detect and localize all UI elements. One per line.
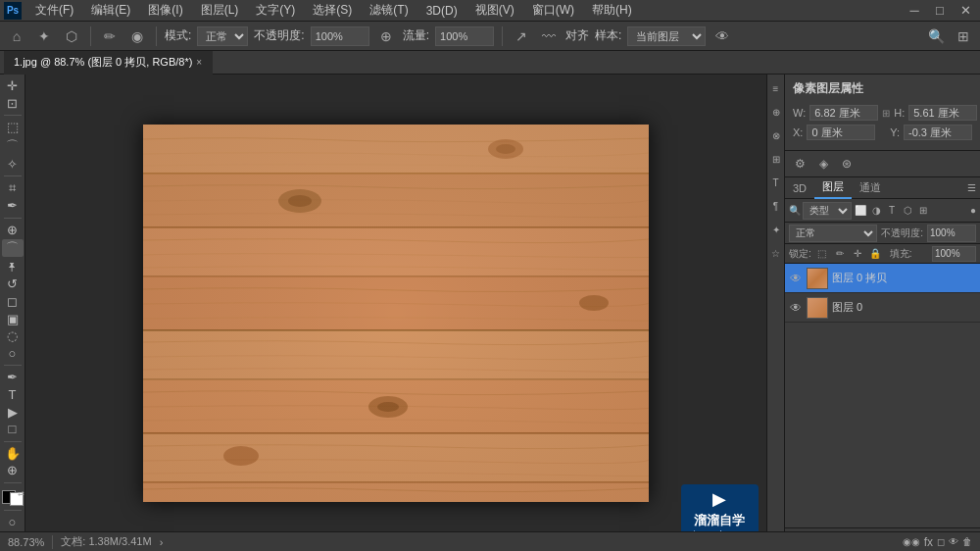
menu-3d[interactable]: 3D(D) — [418, 2, 466, 20]
status-eye-icon[interactable]: 👁 — [949, 536, 958, 547]
mode-select[interactable]: 正常 — [197, 26, 248, 46]
layer-item-copy[interactable]: 👁 图层 0 拷贝 — [785, 264, 980, 293]
tab-layers[interactable]: 图层 — [814, 177, 852, 199]
layer-visibility-base[interactable]: 👁 — [789, 301, 803, 315]
status-trash-icon[interactable]: 🗑 — [962, 536, 972, 547]
airbrush-icon[interactable]: ⊕ — [375, 25, 397, 47]
home-icon[interactable]: ⌂ — [6, 25, 27, 47]
lasso-tool[interactable]: ⌒ — [2, 137, 24, 155]
layer-visibility-copy[interactable]: 👁 — [789, 272, 803, 285]
menu-filter[interactable]: 滤镜(T) — [362, 0, 416, 21]
main-canvas[interactable] — [143, 125, 649, 502]
menu-image[interactable]: 图像(I) — [140, 0, 190, 21]
maximize-button[interactable]: □ — [929, 0, 951, 22]
clone-panel-icon[interactable]: ⊗ — [768, 127, 784, 143]
shape-filter-icon[interactable]: ⬡ — [901, 204, 914, 218]
path-selection-tool[interactable]: ▶ — [2, 404, 24, 420]
clone-tool[interactable]: 🖈 — [2, 259, 24, 275]
angle-icon[interactable]: ↗ — [511, 25, 532, 47]
status-icon-1[interactable]: ◉◉ — [903, 536, 920, 547]
lock-all-icon[interactable]: 🔒 — [868, 247, 882, 261]
tab-close-button[interactable]: × — [196, 57, 202, 68]
menu-edit[interactable]: 编辑(E) — [83, 0, 138, 21]
search-icon[interactable]: 🔍 — [925, 25, 947, 47]
brush-icon[interactable]: ⬡ — [61, 25, 82, 47]
magic-wand-tool[interactable]: ✧ — [2, 157, 24, 173]
menu-help[interactable]: 帮助(H) — [584, 0, 640, 21]
status-fx-icon[interactable]: fx — [924, 535, 933, 549]
history-brush-tool[interactable]: ↺ — [2, 276, 24, 292]
lock-paint-icon[interactable]: ✏ — [833, 247, 847, 261]
type-tool[interactable]: T — [2, 387, 24, 403]
shape-tool[interactable]: □ — [2, 422, 24, 437]
tab-channels[interactable]: 通道 — [852, 177, 889, 199]
status-mask-icon[interactable]: ◻ — [937, 536, 945, 547]
smartobj-filter-icon[interactable]: ⊞ — [916, 204, 930, 218]
move-tool[interactable]: ✛ — [2, 78, 24, 94]
minimize-button[interactable]: ─ — [904, 0, 925, 22]
marquee-tool[interactable]: ⬚ — [2, 120, 24, 135]
panel-menu-btn[interactable]: ☰ — [963, 182, 980, 193]
tab-3d[interactable]: 3D — [785, 177, 814, 199]
brush-panel-icon[interactable]: ⊕ — [768, 104, 784, 120]
opacity-input-layers[interactable] — [927, 225, 976, 242]
menu-type[interactable]: 文字(Y) — [248, 0, 303, 21]
blend-mode-select[interactable]: 正常 — [789, 225, 877, 242]
crop-tool[interactable]: ⌗ — [2, 180, 24, 196]
eyedropper-icon[interactable]: 👁 — [711, 25, 733, 47]
brush-size-icon[interactable]: ◉ — [126, 25, 148, 47]
flow-input[interactable] — [435, 26, 494, 46]
brush-tool[interactable]: ⌒ — [2, 239, 24, 257]
eraser-tool[interactable]: ◻ — [2, 294, 24, 310]
dodge-tool[interactable]: ○ — [2, 346, 24, 362]
h-input[interactable] — [908, 105, 977, 121]
tool-options-icon[interactable]: ✦ — [33, 25, 55, 47]
filter-type-select[interactable]: 类型 — [803, 202, 852, 220]
swap-colors-icon[interactable]: ⇄ — [18, 489, 24, 498]
prop-icon-1[interactable]: ⚙ — [791, 155, 808, 173]
paragraph-panel-icon[interactable]: ¶ — [768, 198, 784, 214]
x-input[interactable] — [807, 125, 875, 140]
styles-panel-icon[interactable]: ☆ — [768, 245, 784, 261]
zoom-tool[interactable]: ⊕ — [2, 463, 24, 478]
lock-position-icon[interactable]: ✛ — [851, 247, 864, 261]
quick-mask-btn[interactable]: ○ — [2, 515, 24, 530]
type-panel-icon[interactable]: T — [768, 175, 784, 190]
lock-transparent-icon[interactable]: ⬚ — [815, 247, 829, 261]
opacity-input[interactable] — [311, 26, 369, 46]
properties-panel-icon[interactable]: ≡ — [768, 80, 784, 96]
close-button[interactable]: ✕ — [955, 0, 976, 22]
menu-select[interactable]: 选择(S) — [305, 0, 360, 21]
document-tab[interactable]: 1.jpg @ 88.7% (图层 0 拷贝, RGB/8*) × — [4, 51, 213, 75]
sample-select[interactable]: 当前图层 — [627, 26, 706, 46]
filter-toggle[interactable]: ● — [970, 205, 976, 216]
fill-input[interactable] — [932, 246, 976, 262]
pen-tool[interactable]: ✒ — [2, 370, 24, 385]
type-filter-icon[interactable]: T — [885, 204, 899, 218]
flow-label: 流量: — [403, 27, 429, 44]
brush-tool-icon[interactable]: ✏ — [99, 25, 121, 47]
adjustments-panel-icon[interactable]: ✦ — [768, 222, 784, 237]
hand-tool[interactable]: ✋ — [2, 445, 24, 461]
arrow-btn[interactable]: › — [160, 536, 164, 548]
gradient-tool[interactable]: ▣ — [2, 311, 24, 326]
filter-icons: ⬜ ◑ T ⬡ ⊞ — [854, 204, 930, 218]
eyedropper-tool[interactable]: ✒ — [2, 198, 24, 214]
blur-tool[interactable]: ◌ — [2, 328, 24, 344]
y-input[interactable] — [904, 125, 972, 140]
prop-icon-3[interactable]: ⊛ — [838, 155, 856, 173]
menu-layer[interactable]: 图层(L) — [193, 0, 247, 21]
menu-window[interactable]: 窗口(W) — [524, 0, 582, 21]
adjustment-filter-icon[interactable]: ◑ — [869, 204, 883, 218]
pixel-filter-icon[interactable]: ⬜ — [854, 204, 867, 218]
menu-file[interactable]: 文件(F) — [27, 0, 81, 21]
align-panel-icon[interactable]: ⊞ — [768, 151, 784, 167]
healing-tool[interactable]: ⊕ — [2, 223, 24, 238]
w-input[interactable] — [809, 105, 878, 121]
smoothing-icon[interactable]: 〰 — [538, 25, 560, 47]
artboard-tool[interactable]: ⊡ — [2, 96, 24, 112]
layer-item-base[interactable]: 👁 图层 0 — [785, 293, 980, 323]
menu-view[interactable]: 视图(V) — [467, 0, 522, 21]
prop-icon-2[interactable]: ◈ — [814, 155, 832, 173]
workspace-icon[interactable]: ⊞ — [953, 25, 974, 47]
